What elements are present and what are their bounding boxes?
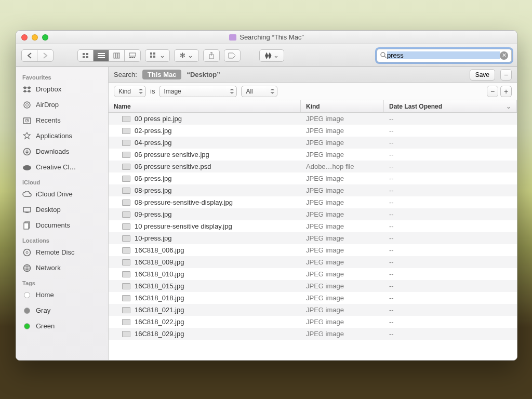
remove-criteria-button[interactable]: − bbox=[487, 86, 498, 97]
add-criteria-button[interactable]: + bbox=[500, 86, 512, 97]
sidebar-item-dropbox[interactable]: Dropbox bbox=[16, 82, 108, 97]
scope-desktop[interactable]: “Desktop” bbox=[187, 71, 220, 78]
sidebar-item-documents[interactable]: Documents bbox=[16, 218, 108, 233]
file-date: -- bbox=[384, 198, 517, 206]
file-name-cell: 16C818_021.jpg bbox=[109, 306, 301, 314]
action-menu[interactable]: ✻⌄ bbox=[174, 49, 199, 62]
file-name-cell: 16C818_009.jpg bbox=[109, 258, 301, 266]
table-row[interactable]: 16C818_022.jpgJPEG image-- bbox=[109, 316, 517, 328]
tag-dot-icon bbox=[22, 307, 32, 315]
sidebar-item-airdrop[interactable]: AirDrop bbox=[16, 97, 108, 113]
file-name: 16C818_022.jpg bbox=[135, 318, 184, 326]
svg-rect-11 bbox=[129, 57, 131, 58]
sidebar-item-label: Green bbox=[36, 321, 55, 332]
file-kind: JPEG image bbox=[301, 318, 384, 326]
search-field[interactable]: ✕ bbox=[377, 49, 512, 62]
share-button[interactable] bbox=[203, 49, 220, 62]
file-name: 09-press.jpg bbox=[135, 210, 172, 218]
scope-label: Search: bbox=[114, 71, 137, 78]
col-name[interactable]: Name bbox=[109, 100, 301, 112]
back-button[interactable] bbox=[22, 50, 37, 61]
col-kind[interactable]: Kind bbox=[301, 100, 384, 112]
table-row[interactable]: 16C818_018.jpgJPEG image-- bbox=[109, 292, 517, 304]
sidebar-item-creative-cl-[interactable]: Creative Cl… bbox=[16, 159, 108, 175]
sidebar-item-label: Desktop bbox=[36, 204, 61, 216]
tag-dot-icon bbox=[22, 291, 32, 299]
file-name-cell: 16C818_022.jpg bbox=[109, 318, 301, 326]
table-row[interactable]: 10-press.jpgJPEG image-- bbox=[109, 232, 517, 244]
table-row[interactable]: 06 pressure sensitive.jpgJPEG image-- bbox=[109, 149, 517, 161]
file-thumbnail-icon bbox=[122, 152, 130, 158]
criteria-attribute[interactable]: Kind bbox=[114, 86, 146, 97]
svg-point-21 bbox=[26, 104, 29, 107]
search-input[interactable] bbox=[387, 51, 500, 59]
file-list[interactable]: 00 press pic.jpgJPEG image--02-press.jpg… bbox=[109, 113, 517, 360]
airdrop-icon bbox=[22, 101, 32, 109]
search-icon bbox=[380, 52, 387, 59]
table-row[interactable]: 08-press.jpgJPEG image-- bbox=[109, 184, 517, 196]
col-date[interactable]: Date Last Opened⌄ bbox=[384, 100, 517, 112]
forward-button[interactable] bbox=[37, 50, 53, 61]
criteria-extra[interactable]: All bbox=[241, 86, 277, 97]
file-name: 10-press.jpg bbox=[135, 234, 172, 242]
file-date: -- bbox=[384, 330, 517, 338]
file-date: -- bbox=[384, 163, 517, 170]
file-name-cell: 16C818_015.jpg bbox=[109, 282, 301, 290]
sidebar-item-applications[interactable]: Applications bbox=[16, 128, 108, 144]
tags-button[interactable] bbox=[224, 49, 241, 62]
table-row[interactable]: 16C818_029.jpgJPEG image-- bbox=[109, 328, 517, 340]
table-row[interactable]: 02-press.jpgJPEG image-- bbox=[109, 125, 517, 137]
file-name-cell: 06 pressure sensitive.jpg bbox=[109, 151, 301, 158]
svg-rect-27 bbox=[25, 212, 29, 213]
table-row[interactable]: 00 press pic.jpgJPEG image-- bbox=[109, 113, 517, 125]
table-row[interactable]: 10 pressure-sensitive display.jpgJPEG im… bbox=[109, 220, 517, 232]
sidebar-item-green[interactable]: Green bbox=[16, 318, 108, 334]
table-row[interactable]: 16C818_010.jpgJPEG image-- bbox=[109, 268, 517, 280]
arrange-menu[interactable]: ⌄ bbox=[145, 49, 170, 62]
file-date: -- bbox=[384, 139, 517, 147]
sidebar-item-remote-disc[interactable]: Remote Disc bbox=[16, 245, 108, 260]
file-date: -- bbox=[384, 210, 517, 218]
gallery-view[interactable] bbox=[125, 50, 140, 61]
svg-point-25 bbox=[23, 165, 31, 170]
sidebar-item-home[interactable]: Home bbox=[16, 287, 108, 303]
table-row[interactable]: 16C818_006.jpgJPEG image-- bbox=[109, 244, 517, 256]
file-kind: JPEG image bbox=[301, 330, 384, 338]
list-view[interactable] bbox=[94, 50, 109, 61]
file-thumbnail-icon bbox=[122, 140, 130, 146]
table-row[interactable]: 09-press.jpgJPEG image-- bbox=[109, 208, 517, 220]
file-kind: JPEG image bbox=[301, 270, 384, 278]
save-search-button[interactable]: Save bbox=[470, 69, 495, 81]
table-row[interactable]: 16C818_009.jpgJPEG image-- bbox=[109, 256, 517, 268]
sidebar-item-network[interactable]: Network bbox=[16, 260, 108, 276]
table-row[interactable]: 04-press.jpgJPEG image-- bbox=[109, 137, 517, 149]
file-name-cell: 08-pressure-sensitive-display.jpg bbox=[109, 198, 301, 206]
dropbox-menu[interactable]: ⧫⧫⌄ bbox=[259, 49, 284, 62]
table-row[interactable]: 06-press.jpgJPEG image-- bbox=[109, 172, 517, 184]
icon-view[interactable] bbox=[78, 50, 94, 61]
table-row[interactable]: 06 pressure sensitive.psdAdobe…hop file-… bbox=[109, 161, 517, 172]
file-date: -- bbox=[384, 258, 517, 266]
remove-scope-button[interactable]: − bbox=[500, 69, 512, 81]
table-row[interactable]: 16C818_015.jpgJPEG image-- bbox=[109, 280, 517, 292]
table-row[interactable]: 16C818_021.jpgJPEG image-- bbox=[109, 304, 517, 316]
criteria-value[interactable]: Image bbox=[159, 86, 237, 97]
folder-icon bbox=[229, 34, 236, 41]
scope-this-mac[interactable]: This Mac bbox=[142, 70, 182, 79]
network-icon bbox=[22, 264, 32, 272]
column-view[interactable] bbox=[109, 50, 125, 61]
sidebar-item-label: Network bbox=[36, 262, 61, 274]
sidebar-item-desktop[interactable]: Desktop bbox=[16, 202, 108, 218]
file-thumbnail-icon bbox=[122, 331, 130, 337]
sidebar-item-downloads[interactable]: Downloads bbox=[16, 144, 108, 159]
file-name: 06 pressure sensitive.jpg bbox=[135, 151, 209, 158]
sidebar-item-recents[interactable]: Recents bbox=[16, 113, 108, 128]
clear-search-button[interactable]: ✕ bbox=[500, 51, 508, 60]
svg-point-31 bbox=[26, 251, 28, 254]
sidebar-item-gray[interactable]: Gray bbox=[16, 303, 108, 318]
table-row[interactable]: 08-pressure-sensitive-display.jpgJPEG im… bbox=[109, 196, 517, 208]
search-criteria-row: Kind is Image All − + bbox=[109, 83, 517, 100]
sidebar-item-icloud-drive[interactable]: iCloud Drive bbox=[16, 187, 108, 202]
svg-point-19 bbox=[381, 52, 385, 57]
file-name: 08-pressure-sensitive-display.jpg bbox=[135, 198, 233, 206]
